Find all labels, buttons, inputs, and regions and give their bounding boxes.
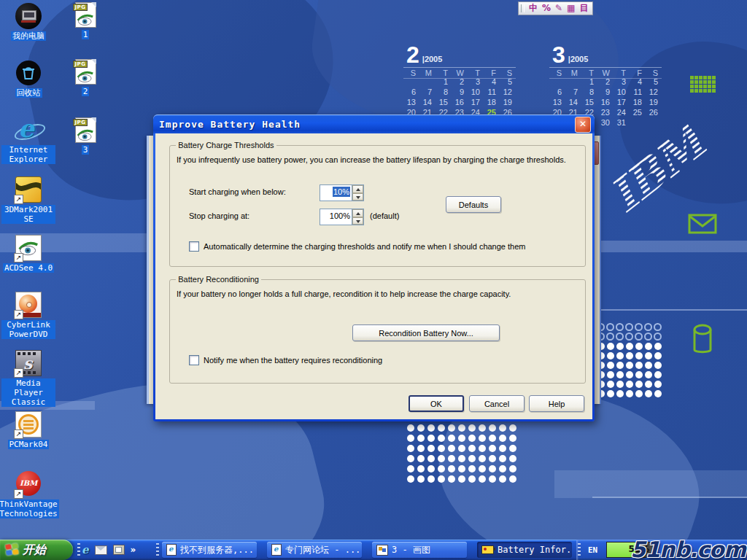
- thresholds-description: If you infrequently use battery power, y…: [177, 155, 579, 164]
- my-computer-icon: [15, 3, 42, 29]
- tray-grip[interactable]: [578, 543, 581, 556]
- desktop-icon-3dmark2001[interactable]: ↗ 3DMark2001 SE: [1, 176, 55, 224]
- desktop-icon-powerdvd[interactable]: ↗ CyberLink PowerDVD: [1, 292, 55, 339]
- ime-pen-icon[interactable]: ✎: [555, 3, 562, 14]
- recondition-battery-button[interactable]: Recondition Battery Now...: [352, 324, 500, 341]
- pixel-grid-icon: [690, 76, 716, 93]
- taskbar-button-server-not-found[interactable]: 找不到服务器,...: [162, 542, 257, 558]
- shortcut-arrow-icon: ↗: [14, 253, 23, 262]
- jpg-file-icon: JPG: [75, 2, 96, 28]
- start-button[interactable]: 开始: [0, 540, 73, 560]
- stop-threshold-spinner[interactable]: 100%: [320, 209, 364, 225]
- improve-battery-health-dialog: Improve Battery Health ✕ Battery Charge …: [153, 114, 595, 421]
- reconditioning-description: If your battery no longer holds a full c…: [177, 289, 579, 298]
- windows-logo-icon: [5, 543, 19, 556]
- group-legend: Battery Reconditioning: [176, 275, 261, 284]
- jpg-file-icon: JPG: [75, 59, 96, 85]
- ime-menu-icon[interactable]: 目: [579, 3, 588, 14]
- notify-reconditioning-checkbox-row: Notify me when the battery requires reco…: [189, 355, 382, 365]
- battery-icon: [481, 545, 494, 554]
- desktop-icon-recycle-bin[interactable]: 回收站: [1, 60, 55, 98]
- desktop-icon-internet-explorer[interactable]: e Internet Explorer: [1, 117, 55, 164]
- desktop: IBM 2 |2005 SMTWTFS123456789101112131415…: [0, 0, 747, 560]
- desktop-icon-jpg-2[interactable]: JPG 2: [69, 58, 102, 96]
- auto-determine-checkbox[interactable]: [189, 241, 199, 252]
- calendar-year: |2005: [568, 55, 589, 63]
- calendar-year: |2005: [422, 55, 443, 63]
- battery-percent: 58%: [607, 544, 649, 554]
- dialog-body: Battery Charge Thresholds If you infrequ…: [155, 133, 592, 419]
- notify-reconditioning-label: Notify me when the battery requires reco…: [204, 356, 382, 365]
- shortcut-arrow-icon: ↗: [14, 310, 23, 319]
- tasks-grip[interactable]: [156, 543, 159, 556]
- battery-reconditioning-group: Battery Reconditioning If your battery n…: [169, 275, 586, 384]
- desktop-icon-thinkvantage[interactable]: IBM ↗ ThinkVantage Technologies: [1, 471, 55, 518]
- desktop-icon-acdsee[interactable]: ↗ ACDSee 4.0: [1, 235, 55, 273]
- wallpaper-line: [592, 309, 747, 311]
- paint-icon: [376, 545, 388, 556]
- jpg-file-icon: JPG: [75, 117, 96, 143]
- quicklaunch-outlook-express-icon[interactable]: [95, 545, 107, 555]
- desktop-icon-jpg-1[interactable]: JPG 1: [69, 1, 102, 39]
- stop-threshold-value[interactable]: 100%: [330, 211, 350, 220]
- desktop-icon-pcmark04[interactable]: ↗ PCMark04: [1, 411, 55, 449]
- close-icon[interactable]: ✕: [575, 117, 591, 133]
- ime-mode-icon[interactable]: 中: [529, 3, 538, 14]
- shortcut-arrow-icon: ↗: [14, 489, 23, 499]
- ie-page-icon: [271, 544, 282, 556]
- shortcut-arrow-icon: ↗: [14, 429, 23, 439]
- calendar-month: 3: [552, 44, 565, 66]
- group-legend: Battery Charge Thresholds: [176, 141, 276, 149]
- cancel-button[interactable]: Cancel: [469, 395, 525, 412]
- dot-pattern: [596, 322, 662, 398]
- default-note: (default): [370, 211, 399, 220]
- taskbar-button-paint[interactable]: 3 - 画图: [372, 542, 467, 558]
- spin-down-icon[interactable]: [352, 193, 363, 201]
- ie-page-icon: [166, 544, 177, 556]
- internet-explorer-icon: e: [15, 117, 42, 143]
- start-threshold-spinner[interactable]: 10%: [320, 184, 364, 201]
- help-button[interactable]: Help: [529, 395, 584, 412]
- language-indicator[interactable]: EN: [588, 545, 597, 555]
- cylinder-icon: [692, 324, 713, 356]
- ime-language-bar[interactable]: 中 % ✎ ▦ 目: [518, 1, 593, 15]
- shortcut-arrow-icon: ↗: [14, 368, 23, 378]
- quick-launch: e »: [82, 540, 136, 560]
- dialog-title: Improve Battery Health: [159, 119, 301, 130]
- calendar-month: 2: [406, 44, 419, 66]
- recycle-bin-icon: [15, 60, 42, 86]
- envelope-icon: [688, 213, 717, 235]
- taskbar-button-forum[interactable]: 专门网论坛 - ...: [267, 542, 362, 558]
- battery-charge-thresholds-group: Battery Charge Thresholds If you infrequ…: [169, 141, 586, 267]
- dot-pattern: [406, 423, 518, 484]
- ime-keyboard-icon[interactable]: ▦: [567, 3, 575, 14]
- desktop-icon-my-computer[interactable]: 我的电脑: [1, 3, 55, 41]
- system-tray: EN 58%: [576, 540, 747, 560]
- taskbar-button-battery-information[interactable]: Battery Infor...: [477, 542, 572, 558]
- spin-down-icon[interactable]: [352, 217, 363, 225]
- taskbar: 开始 e » 找不到服务器,... 专门网论坛 - ... 3 - 画图 Bat…: [0, 540, 747, 560]
- battery-gauge[interactable]: 58%: [606, 542, 656, 558]
- quicklaunch-grip[interactable]: [77, 543, 80, 556]
- dialog-titlebar[interactable]: Improve Battery Health ✕: [153, 114, 595, 133]
- notify-reconditioning-checkbox[interactable]: [189, 355, 199, 365]
- start-threshold-value[interactable]: 10%: [333, 187, 350, 197]
- quicklaunch-show-desktop-icon[interactable]: [113, 545, 125, 555]
- desktop-icon-jpg-3[interactable]: JPG 3: [69, 117, 102, 155]
- quicklaunch-ie-icon[interactable]: e: [82, 543, 89, 556]
- desktop-icon-media-player-classic[interactable]: s ↗ Media Player Classic: [1, 350, 55, 407]
- spin-up-icon[interactable]: [352, 209, 363, 217]
- spin-up-icon[interactable]: [352, 185, 363, 193]
- quicklaunch-overflow-chevron[interactable]: »: [131, 545, 136, 555]
- ime-punctuation-icon[interactable]: %: [542, 3, 551, 14]
- shortcut-arrow-icon: ↗: [14, 195, 23, 204]
- defaults-button[interactable]: Defaults: [446, 196, 501, 213]
- wallpaper-band: [554, 470, 747, 498]
- stop-charging-label: Stop charging at:: [189, 211, 249, 220]
- ibm-logo: IBM: [599, 116, 714, 222]
- ime-grip[interactable]: [521, 4, 525, 12]
- ok-button[interactable]: OK: [409, 395, 464, 412]
- auto-determine-checkbox-row: Automatically determine the charging thr…: [189, 241, 525, 252]
- wallpaper-line: [592, 497, 747, 498]
- auto-determine-label: Automatically determine the charging thr…: [204, 242, 525, 251]
